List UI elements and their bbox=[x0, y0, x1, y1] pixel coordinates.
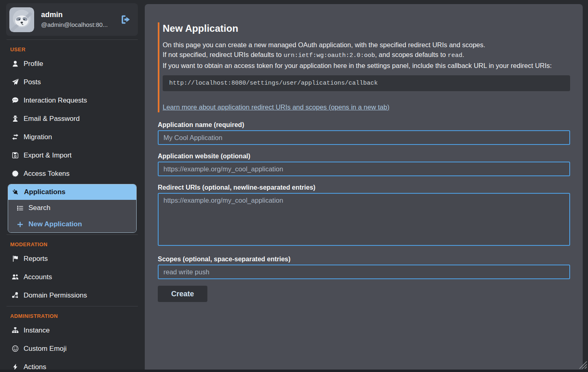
sidebar-item-instance[interactable]: Instance bbox=[0, 321, 144, 339]
field-application-website: Application website (optional) bbox=[158, 153, 570, 176]
scopes-input[interactable] bbox=[158, 265, 570, 279]
intro-text: On this page you can create a new manage… bbox=[163, 40, 570, 70]
inline-code-read: read bbox=[448, 52, 462, 59]
learn-more-link[interactable]: Learn more about application redirect UR… bbox=[163, 103, 390, 111]
flag-icon bbox=[12, 255, 19, 262]
applications-block: Applications Search New Application bbox=[8, 184, 137, 233]
main-panel: New Application On this page you can cre… bbox=[145, 4, 583, 370]
intro-line-1: On this page you can create a new manage… bbox=[163, 40, 570, 50]
resize-grip[interactable] bbox=[578, 360, 587, 369]
intro-line-3: If you want to obtain an access token fo… bbox=[163, 61, 570, 70]
paper-plane-icon bbox=[12, 79, 19, 85]
sidebar-item-profile[interactable]: Profile bbox=[0, 55, 144, 73]
application-website-input[interactable] bbox=[158, 162, 570, 176]
plug-icon bbox=[12, 189, 19, 196]
floppy-disk-icon bbox=[12, 152, 19, 159]
applications-submenu: Search New Application bbox=[8, 200, 136, 232]
field-scopes: Scopes (optional, space-separated entrie… bbox=[158, 256, 570, 279]
sidebar-item-access-tokens[interactable]: Access Tokens bbox=[0, 164, 144, 183]
window-bottom-edge bbox=[0, 370, 588, 372]
sidebar-item-posts[interactable]: Posts bbox=[0, 73, 144, 91]
field-application-name: Application name (required) bbox=[158, 121, 570, 145]
redirect-uris-label: Redirect URIs (optional, newline-separat… bbox=[158, 184, 570, 191]
new-application-form: Application name (required) Application … bbox=[158, 121, 570, 302]
sidebar-item-reports[interactable]: Reports bbox=[0, 249, 144, 268]
sidebar-item-search[interactable]: Search bbox=[8, 200, 136, 216]
divider bbox=[7, 306, 138, 306]
avatar bbox=[9, 7, 34, 32]
intro-block: New Application On this page you can cre… bbox=[158, 22, 570, 112]
page-title: New Application bbox=[163, 22, 570, 34]
create-button[interactable]: Create bbox=[158, 286, 207, 302]
right-left-icon bbox=[12, 133, 19, 140]
user-handle: @admin@localhost:80... bbox=[41, 21, 121, 29]
section-header-user: USER bbox=[10, 46, 144, 53]
circle-nodes-icon bbox=[12, 292, 19, 299]
sidebar-item-domain-permissions[interactable]: Domain Permissions bbox=[0, 286, 144, 304]
comment-dots-icon bbox=[12, 97, 19, 104]
sign-out-icon[interactable] bbox=[121, 15, 131, 24]
field-redirect-uris: Redirect URIs (optional, newline-separat… bbox=[158, 184, 570, 246]
application-name-label: Application name (required) bbox=[158, 121, 570, 129]
application-name-input[interactable] bbox=[158, 130, 570, 145]
section-header-moderation: MODERATION bbox=[10, 241, 144, 247]
sidebar-item-new-application[interactable]: New Application bbox=[8, 216, 136, 232]
sidebar-item-interaction-requests[interactable]: Interaction Requests bbox=[0, 91, 144, 109]
inline-code-oob: urn:ietf:wg:oauth:2.0:oob bbox=[283, 52, 375, 59]
sidebar-item-applications[interactable]: Applications bbox=[8, 184, 136, 200]
certificate-icon bbox=[12, 170, 19, 177]
application-website-label: Application website (optional) bbox=[158, 153, 570, 160]
sidebar-item-accounts[interactable]: Accounts bbox=[0, 268, 144, 286]
sidebar: admin @admin@localhost:80... USER Profil… bbox=[0, 0, 144, 370]
section-header-administration: ADMINISTRATION bbox=[10, 313, 144, 319]
divider bbox=[7, 234, 138, 235]
list-icon bbox=[17, 205, 24, 212]
users-icon bbox=[12, 274, 19, 280]
face-smile-icon bbox=[12, 345, 19, 352]
sidebar-nav: USER Profile Posts Interaction Requests … bbox=[0, 36, 144, 372]
sidebar-item-email-password[interactable]: Email & Password bbox=[0, 109, 144, 128]
user-name: admin bbox=[41, 10, 121, 19]
user-card[interactable]: admin @admin@localhost:80... bbox=[6, 3, 138, 36]
sitemap-icon bbox=[12, 327, 19, 334]
redirect-uris-textarea[interactable] bbox=[158, 193, 570, 246]
intro-line-2: If not specified, redirect URIs defaults… bbox=[163, 50, 570, 61]
callback-url-code: http://localhost:8080/settings/user/appl… bbox=[163, 75, 570, 91]
sidebar-item-export-import[interactable]: Export & Import bbox=[0, 146, 144, 164]
divider bbox=[7, 39, 138, 40]
user-icon bbox=[12, 60, 19, 67]
sidebar-item-custom-emoji[interactable]: Custom Emoji bbox=[0, 339, 144, 358]
sidebar-item-migration[interactable]: Migration bbox=[0, 128, 144, 146]
user-secret-icon bbox=[12, 115, 19, 122]
plus-icon bbox=[17, 221, 24, 228]
scopes-label: Scopes (optional, space-separated entrie… bbox=[158, 256, 570, 263]
